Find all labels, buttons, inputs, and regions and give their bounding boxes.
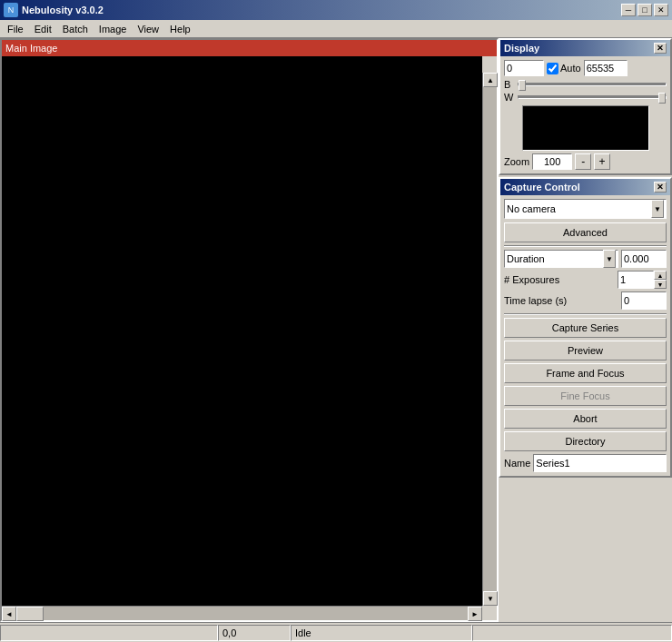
capture-series-button[interactable]: Capture Series (504, 318, 667, 338)
zoom-plus-button[interactable]: + (594, 153, 610, 170)
menu-help[interactable]: Help (164, 22, 196, 36)
white-value-input[interactable] (584, 60, 628, 76)
duration-label: Duration (507, 253, 545, 264)
abort-button[interactable]: Abort (504, 409, 667, 429)
preview-button[interactable]: Preview (504, 341, 667, 361)
auto-label: Auto (560, 63, 581, 74)
camera-dropdown-arrow[interactable]: ▼ (651, 200, 664, 218)
name-label: Name (504, 458, 530, 469)
status-extra (472, 625, 672, 641)
exposures-decrement[interactable]: ▼ (654, 280, 667, 289)
scroll-track-horizontal[interactable] (16, 607, 468, 620)
black-slider[interactable] (518, 83, 667, 86)
scroll-up-button[interactable]: ▲ (483, 73, 498, 87)
menu-edit[interactable]: Edit (29, 22, 57, 36)
image-canvas (2, 56, 482, 606)
exposures-spin: ▲ ▼ (618, 271, 667, 289)
fine-focus-button[interactable]: Fine Focus (504, 386, 667, 406)
display-close-button[interactable]: ✕ (654, 43, 667, 54)
black-value-input[interactable] (504, 60, 544, 76)
menu-file[interactable]: File (2, 22, 29, 36)
white-slider[interactable] (518, 95, 667, 99)
main-layout: Main Image ▲ ▼ ◄ ► Display (0, 38, 672, 622)
zoom-label: Zoom (504, 156, 529, 167)
menu-view[interactable]: View (132, 22, 164, 36)
b-label: B (504, 79, 515, 90)
main-image-panel: Main Image ▲ ▼ ◄ ► (0, 38, 499, 622)
white-slider-row: W (504, 92, 667, 103)
vertical-scrollbar[interactable]: ▲ ▼ (482, 73, 497, 606)
duration-select[interactable]: Duration ▼ (504, 250, 618, 268)
timelapse-row: Time lapse (s) (504, 291, 667, 310)
menu-bar: File Edit Batch Image View Help (0, 20, 672, 38)
capture-close-button[interactable]: ✕ (654, 182, 667, 193)
display-title-label: Display (504, 43, 539, 54)
close-button[interactable]: ✕ (654, 4, 668, 16)
auto-checkbox[interactable] (547, 63, 558, 74)
title-bar-left: N Nebulosity v3.0.2 (4, 3, 104, 17)
menu-batch[interactable]: Batch (57, 22, 94, 36)
horizontal-scrollbar[interactable]: ◄ ► (2, 606, 482, 620)
camera-select[interactable]: No camera ▼ (504, 199, 667, 219)
coords-label (5, 627, 7, 638)
capture-panel-content: No camera ▼ Advanced Duration ▼ # Expos (500, 195, 670, 476)
name-input[interactable] (533, 454, 667, 472)
display-preview (522, 105, 649, 151)
scroll-down-button[interactable]: ▼ (483, 591, 498, 606)
w-label: W (504, 92, 515, 103)
main-image-title: Main Image (2, 40, 497, 56)
exposures-input[interactable] (618, 271, 654, 289)
timelapse-label: Time lapse (s) (504, 295, 621, 306)
duration-dropdown-arrow[interactable]: ▼ (603, 250, 616, 268)
capture-control-panel: Capture Control ✕ No camera ▼ Advanced D… (499, 177, 672, 478)
display-black-row: Auto (504, 60, 667, 76)
capture-title-label: Capture Control (504, 182, 580, 193)
exposures-label: # Exposures (504, 274, 618, 285)
title-bar: N Nebulosity v3.0.2 ─ □ ✕ (0, 0, 672, 20)
separator-1 (504, 245, 667, 247)
scroll-right-button[interactable]: ► (468, 607, 482, 621)
app-icon: N (4, 3, 18, 17)
directory-button[interactable]: Directory (504, 431, 667, 451)
camera-label: No camera (507, 203, 556, 214)
auto-checkbox-label: Auto (547, 63, 581, 74)
display-panel-title: Display ✕ (500, 40, 670, 56)
minimize-button[interactable]: ─ (621, 4, 636, 16)
duration-row: Duration ▼ (504, 250, 667, 268)
frame-and-focus-button[interactable]: Frame and Focus (504, 363, 667, 383)
name-row: Name (504, 454, 667, 472)
exposures-increment[interactable]: ▲ (654, 271, 667, 280)
black-slider-thumb[interactable] (519, 80, 526, 91)
title-bar-buttons: ─ □ ✕ (621, 4, 668, 16)
zoom-input[interactable] (532, 153, 572, 170)
zoom-row: Zoom - + (504, 153, 667, 170)
white-slider-thumb[interactable] (658, 93, 666, 104)
scroll-thumb-horizontal[interactable] (16, 607, 44, 621)
duration-input[interactable] (621, 250, 667, 268)
advanced-button[interactable]: Advanced (504, 222, 667, 242)
zoom-minus-button[interactable]: - (575, 153, 591, 170)
right-panels: Display ✕ Auto B (499, 38, 672, 622)
separator-2 (504, 313, 667, 315)
menu-image[interactable]: Image (94, 22, 133, 36)
timelapse-input[interactable] (621, 291, 667, 310)
status-position: 0,0 (218, 625, 291, 641)
scroll-track-vertical[interactable] (483, 87, 497, 591)
app-title: Nebulosity v3.0.2 (22, 5, 104, 15)
display-panel-content: Auto B W Zoom (500, 56, 670, 173)
status-state: Idle (291, 625, 472, 641)
status-bar: 0,0 Idle (0, 622, 672, 642)
display-panel: Display ✕ Auto B (499, 38, 672, 175)
capture-panel-title: Capture Control ✕ (500, 179, 670, 195)
black-slider-row: B (504, 79, 667, 90)
status-coords (0, 625, 218, 641)
maximize-button[interactable]: □ (637, 4, 652, 16)
exposures-spinbuttons: ▲ ▼ (654, 271, 667, 289)
scroll-left-button[interactable]: ◄ (2, 607, 16, 621)
exposures-row: # Exposures ▲ ▼ (504, 271, 667, 289)
